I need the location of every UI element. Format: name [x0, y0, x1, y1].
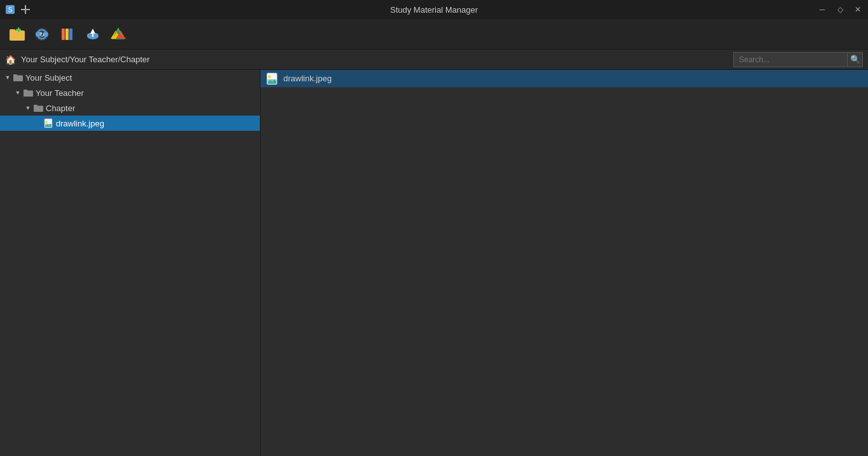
- chevron-chapter: ▼: [23, 103, 33, 113]
- folder-icon-chapter: [33, 103, 43, 113]
- file-panel: drawlink.jpeg: [261, 70, 868, 456]
- tree-label-chapter: Chapter: [46, 104, 75, 113]
- new-folder-button[interactable]: [5, 23, 28, 46]
- main-content: ▼ Your Subject ▼ Your Teacher ▼: [0, 70, 868, 456]
- svg-marker-17: [90, 29, 95, 34]
- file-row-icon-drawlink: [266, 72, 278, 85]
- title-bar-left: S: [5, 4, 31, 15]
- tree-item-teacher[interactable]: ▼ Your Teacher: [0, 85, 260, 100]
- title-bar-title: Study Material Manager: [390, 5, 478, 15]
- file-row-name-drawlink: drawlink.jpeg: [283, 74, 332, 83]
- books-button[interactable]: [56, 23, 79, 46]
- svg-text:S: S: [8, 6, 13, 13]
- app-icon: S: [5, 4, 15, 15]
- chevron-subject: ▼: [3, 72, 13, 83]
- search-button[interactable]: 🔍: [848, 52, 863, 67]
- file-row-drawlink[interactable]: drawlink.jpeg: [261, 70, 868, 88]
- minimize-button[interactable]: ─: [817, 4, 827, 15]
- breadcrumb-path: Your Subject/Your Teacher/Chapter: [21, 55, 150, 64]
- close-button[interactable]: ✕: [853, 4, 863, 15]
- title-bar-controls: ─ ◇ ✕: [817, 4, 863, 15]
- search-container: 🔍: [733, 52, 863, 67]
- svg-rect-11: [62, 29, 65, 40]
- svg-rect-5: [16, 29, 21, 30]
- tree-item-chapter[interactable]: ▼ Chapter: [0, 100, 260, 116]
- breadcrumb-bar: 🏠 Your Subject/Your Teacher/Chapter 🔍: [0, 50, 868, 70]
- tree-item-drawlink[interactable]: ▼ drawlink.jpeg: [0, 116, 260, 131]
- title-bar: S Study Material Manager ─ ◇ ✕: [0, 0, 868, 19]
- toolbar: ↻: [0, 19, 868, 50]
- sync-button[interactable]: ↻: [31, 23, 53, 46]
- folder-icon-subject: [13, 72, 23, 83]
- drive-button[interactable]: [107, 23, 130, 46]
- svg-point-25: [46, 121, 48, 123]
- search-input[interactable]: [733, 52, 848, 67]
- svg-rect-13: [69, 29, 72, 40]
- breadcrumb-home-icon: 🏠: [5, 55, 16, 65]
- svg-rect-18: [92, 33, 93, 37]
- tree-label-teacher: Your Teacher: [36, 88, 84, 98]
- chevron-teacher: ▼: [13, 88, 23, 98]
- svg-point-28: [268, 76, 271, 78]
- file-icon-drawlink: [43, 118, 53, 128]
- tree-panel: ▼ Your Subject ▼ Your Teacher ▼: [0, 70, 261, 456]
- tree-label-drawlink: drawlink.jpeg: [56, 119, 104, 128]
- svg-text:↻: ↻: [39, 31, 44, 38]
- folder-icon-teacher: [23, 88, 33, 98]
- tree-label-subject: Your Subject: [25, 73, 72, 83]
- tree-item-subject[interactable]: ▼ Your Subject: [0, 70, 260, 85]
- svg-rect-12: [65, 29, 69, 40]
- maximize-button[interactable]: ◇: [835, 4, 845, 15]
- pin-icon: [20, 4, 31, 15]
- cloud-upload-button[interactable]: [81, 23, 104, 46]
